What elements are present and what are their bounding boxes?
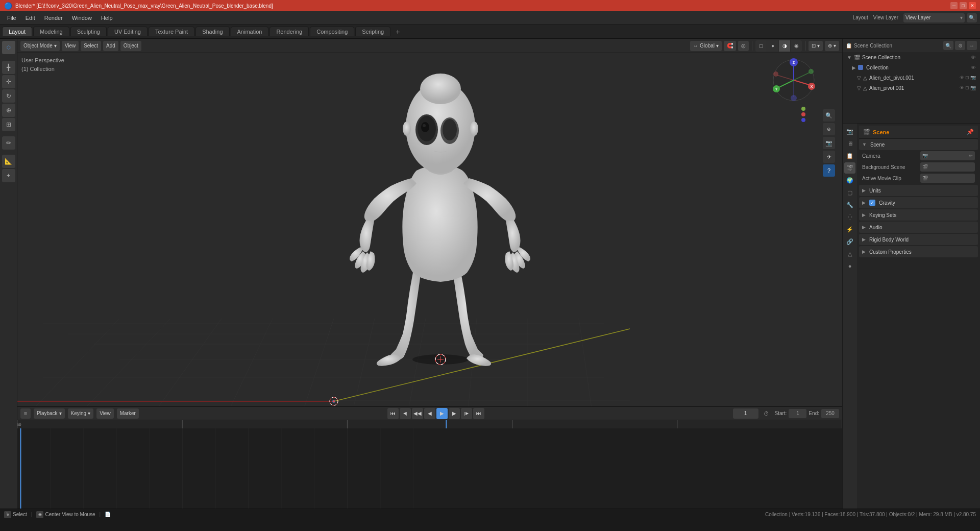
props-render-button[interactable]: 📷 (844, 126, 855, 137)
jump-end-button[interactable]: ⏭ (473, 408, 484, 419)
step-back-button[interactable]: ◀ (424, 408, 435, 419)
outliner-search-button[interactable]: 🔍 (943, 41, 953, 50)
outliner-item-collection[interactable]: ▶ Collection 👁 (843, 62, 980, 73)
measure-tool[interactable]: 📐 (2, 155, 15, 168)
rotate-tool[interactable]: ↻ (2, 89, 15, 103)
menu-window[interactable]: Window (68, 14, 96, 22)
gravity-checkbox[interactable]: ✓ (869, 200, 875, 206)
outliner-sync-button[interactable]: ↔ (967, 41, 977, 50)
scene-visibility-icon[interactable]: 👁 (971, 55, 976, 60)
object-mode-dropdown[interactable]: Object Mode ▾ (20, 41, 60, 51)
props-data-button[interactable]: △ (844, 248, 855, 259)
section-gravity-header[interactable]: ▶ ✓ Gravity (859, 197, 978, 208)
section-scene-header[interactable]: ▼ Scene (859, 139, 978, 150)
alien-det-render-icon[interactable]: 📷 (970, 75, 976, 80)
alien-det-hide-icon[interactable]: 👁 (960, 75, 964, 80)
add-tool[interactable]: + (2, 169, 15, 182)
play-forward-button[interactable]: ▶ (436, 408, 448, 419)
current-frame-input[interactable]: 1 (733, 408, 758, 419)
props-view-layer-button[interactable]: 📋 (844, 150, 855, 161)
tab-animation[interactable]: Animation (231, 27, 269, 36)
view-timeline-button[interactable]: View (96, 408, 114, 419)
start-frame-input[interactable]: 1 (789, 409, 806, 418)
object-menu[interactable]: Object (120, 41, 141, 51)
camera-value[interactable]: 📷 ✏ (920, 151, 975, 160)
outliner-item-alien-pivot[interactable]: ▽ △ Alien_pivot.001 👁 ⊡ 📷 (843, 83, 980, 93)
overlay-button[interactable]: ⊡ ▾ (808, 41, 823, 51)
alien-det-viewport-icon[interactable]: ⊡ (965, 75, 969, 80)
menu-file[interactable]: File (3, 14, 20, 22)
props-pin-button[interactable]: 📌 (967, 129, 974, 135)
alien-pivot-hide-icon[interactable]: 👁 (960, 85, 964, 90)
play-backward-button[interactable]: ◀◀ (412, 408, 423, 419)
tab-sculpting[interactable]: Sculpting (70, 27, 107, 36)
global-transform[interactable]: ↔ Global ▾ (690, 41, 722, 51)
fly-mode-button[interactable]: ✈ (823, 151, 835, 163)
background-scene-value[interactable]: 🎬 (920, 162, 975, 172)
camera-edit-icon[interactable]: ✏ (969, 153, 973, 158)
menu-help[interactable]: Help (97, 14, 117, 22)
tab-modeling[interactable]: Modeling (33, 27, 69, 36)
menu-render[interactable]: Render (40, 14, 67, 22)
minimize-button[interactable]: ─ (950, 2, 958, 9)
camera-view-button[interactable]: 📷 (823, 137, 835, 149)
jump-next-keyframe[interactable]: |▶ (461, 408, 472, 419)
jump-start-button[interactable]: ⏮ (387, 408, 399, 419)
tab-uv-editing[interactable]: UV Editing (108, 27, 148, 36)
solid-shading[interactable]: ● (767, 40, 778, 52)
section-units-header[interactable]: ▶ Units (859, 185, 978, 196)
end-frame-input[interactable]: 250 (821, 409, 839, 418)
timeline-track[interactable] (17, 428, 842, 509)
props-output-button[interactable]: 🖥 (844, 138, 855, 149)
help-button[interactable]: ? (823, 164, 835, 177)
props-world-button[interactable]: 🌍 (844, 175, 855, 186)
transform-tool[interactable]: ⊞ (2, 118, 15, 131)
view-layer-dropdown[interactable]: View Layer ▾ (903, 13, 965, 22)
outliner-filter-button[interactable]: ⚙ (955, 41, 965, 50)
gizmo-button[interactable]: ⊕ ▾ (825, 41, 839, 51)
tab-shading[interactable]: Shading (195, 27, 229, 36)
select-menu[interactable]: Select (81, 41, 101, 51)
tab-layout[interactable]: Layout (2, 27, 32, 36)
view-menu[interactable]: View (62, 41, 79, 51)
tab-compositing[interactable]: Compositing (310, 27, 354, 36)
title-bar-controls[interactable]: ─ □ ✕ (950, 2, 976, 9)
zoom-out-button[interactable]: ⊖ (823, 123, 835, 135)
menu-edit[interactable]: Edit (21, 14, 39, 22)
outliner-item-scene-collection[interactable]: ▼ 🎬 Scene Collection 👁 (843, 52, 980, 62)
add-menu[interactable]: Add (103, 41, 118, 51)
tab-rendering[interactable]: Rendering (270, 27, 309, 36)
props-particles-button[interactable]: ⁛ (844, 211, 855, 223)
navigation-gizmo[interactable]: Z X Y (771, 57, 817, 104)
alien-pivot-render-icon[interactable]: 📷 (970, 85, 976, 90)
alien-pivot-viewport-icon[interactable]: ⊡ (965, 85, 969, 90)
jump-prev-keyframe[interactable]: ◀| (400, 408, 411, 419)
zoom-in-button[interactable]: 🔍 (823, 109, 835, 122)
marker-button[interactable]: Marker (117, 408, 139, 419)
props-material-button[interactable]: ● (844, 260, 855, 272)
props-object-button[interactable]: ▢ (844, 187, 855, 198)
playback-button[interactable]: Playback ▾ (34, 408, 65, 419)
props-modifier-button[interactable]: 🔧 (844, 199, 855, 210)
section-custom-props-header[interactable]: ▶ Custom Properties (859, 246, 978, 257)
step-forward-button[interactable]: ▶ (449, 408, 460, 419)
section-keying-sets-header[interactable]: ▶ Keying Sets (859, 209, 978, 221)
props-constraints-button[interactable]: 🔗 (844, 236, 855, 247)
move-tool[interactable]: ✛ (2, 75, 15, 88)
timeline-menu-button[interactable]: ≡ (20, 408, 31, 419)
close-button[interactable]: ✕ (969, 2, 976, 9)
section-rigid-body-world-header[interactable]: ▶ Rigid Body World (859, 234, 978, 245)
props-physics-button[interactable]: ⚡ (844, 224, 855, 235)
maximize-button[interactable]: □ (960, 2, 967, 9)
collection-visibility-icon[interactable]: 👁 (971, 65, 976, 70)
annotate-tool[interactable]: ✏ (2, 136, 15, 150)
scale-tool[interactable]: ⊕ (2, 104, 15, 117)
lookdev-shading[interactable]: ◑ (779, 40, 790, 52)
render-shading[interactable]: ◉ (791, 40, 802, 52)
select-tool[interactable]: ╋ (2, 61, 15, 74)
props-scene-button[interactable]: 🎬 (844, 162, 855, 174)
outliner-item-alien-det[interactable]: ▽ △ Alien_det_pivot.001 👁 ⊡ 📷 (843, 73, 980, 83)
active-movie-clip-value[interactable]: 🎬 (920, 174, 975, 183)
keying-button[interactable]: Keying ▾ (68, 408, 94, 419)
viewport-canvas[interactable]: User Perspective (1) Collection Z (17, 53, 842, 406)
